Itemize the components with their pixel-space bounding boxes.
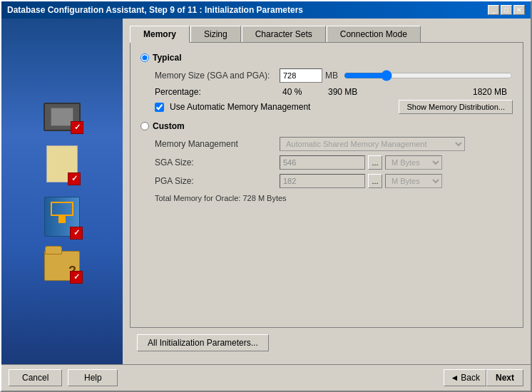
window-title: Database Configuration Assistant, Step 9… (7, 5, 303, 15)
memory-management-select[interactable]: Automatic Shared Memory Management (280, 137, 465, 151)
pga-size-label: PGA Size: (155, 176, 280, 186)
tab-sizing[interactable]: Sizing (190, 26, 241, 43)
checkmark-badge-4: ✓ (70, 271, 83, 284)
title-bar-buttons: _ □ ✕ (488, 5, 525, 15)
show-memory-button[interactable]: Show Memory Distribution... (399, 100, 513, 114)
cancel-button[interactable]: Cancel (9, 369, 62, 386)
bottom-area: All Initialization Parameters... (130, 329, 523, 357)
icon-container: ✓ ✓ ✓ ? ✓ (44, 96, 81, 288)
tab-character-sets[interactable]: Character Sets (242, 26, 326, 43)
total-memory-label: Total Memory for Oracle: (155, 194, 240, 202)
sga-size-label: SGA Size: (155, 158, 280, 167)
checkmark-badge-2: ✓ (68, 172, 81, 185)
total-memory-value: 728 M Bytes (242, 194, 286, 202)
back-button[interactable]: ◄ Back (444, 369, 486, 386)
pga-size-input[interactable] (280, 174, 365, 188)
memory-slider-container (344, 68, 513, 83)
folder-icon-item: ? ✓ (44, 251, 80, 281)
sga-size-input[interactable] (280, 155, 365, 170)
maximize-button[interactable]: □ (501, 5, 512, 15)
title-bar: Database Configuration Assistant, Step 9… (1, 1, 531, 19)
window-body: ✓ ✓ ✓ ? ✓ (1, 19, 531, 364)
left-panel: ✓ ✓ ✓ ? ✓ (1, 19, 123, 364)
memory-management-label: Memory Management (155, 139, 280, 149)
back-label: Back (461, 373, 480, 383)
next-button[interactable]: Next (486, 369, 523, 386)
pga-size-row: PGA Size: ... M Bytes (155, 174, 513, 188)
percentage-label: Percentage: (155, 87, 280, 97)
tab-content: Typical Memory Size (SGA and PGA): MB Pe… (130, 42, 523, 328)
slider-min-label: 390 MB (328, 87, 357, 97)
pga-unit-select[interactable]: M Bytes (385, 174, 442, 188)
sga-small-btn[interactable]: ... (368, 155, 382, 170)
checkmark-badge-1: ✓ (71, 121, 83, 134)
help-button[interactable]: Help (68, 369, 118, 386)
custom-label: Custom (153, 121, 185, 131)
percentage-row: Percentage: 40 % 390 MB 1820 MB (155, 87, 513, 97)
checkmark-badge-3: ✓ (70, 227, 83, 239)
footer-right-buttons: ◄ Back Next (444, 369, 523, 386)
memory-size-row: Memory Size (SGA and PGA): MB (155, 68, 513, 83)
sga-input-container: ... M Bytes (280, 155, 442, 170)
right-panel: Memory Sizing Character Sets Connection … (123, 19, 531, 364)
typical-label: Typical (153, 53, 181, 63)
custom-radio[interactable] (140, 122, 149, 130)
typical-radio[interactable] (140, 53, 149, 62)
memory-size-input[interactable] (280, 68, 322, 83)
typical-section: Typical Memory Size (SGA and PGA): MB Pe… (140, 53, 513, 114)
footer: Cancel Help ◄ Back Next (1, 364, 531, 391)
pga-input-container: ... M Bytes (280, 174, 442, 188)
back-arrow-icon: ◄ (450, 373, 459, 383)
custom-radio-label[interactable]: Custom (140, 121, 513, 131)
auto-memory-row: Use Automatic Memory Management Show Mem… (155, 100, 513, 114)
tab-bar: Memory Sizing Character Sets Connection … (130, 26, 523, 43)
footer-left-buttons: Cancel Help (9, 369, 118, 386)
memory-management-select-container: Automatic Shared Memory Management (280, 137, 465, 151)
custom-section: Custom Memory Management Automatic Share… (140, 121, 513, 202)
pga-small-btn[interactable]: ... (368, 174, 382, 188)
total-memory-row: Total Memory for Oracle: 728 M Bytes (155, 194, 513, 202)
sga-unit-select[interactable]: M Bytes (385, 155, 442, 170)
percentage-value: 40 % (282, 87, 318, 97)
all-params-button[interactable]: All Initialization Parameters... (137, 334, 269, 351)
tab-connection-mode[interactable]: Connection Mode (327, 26, 421, 43)
chip-icon-item: ✓ (44, 103, 81, 131)
main-window: Database Configuration Assistant, Step 9… (0, 0, 532, 392)
database-icon-item: ✓ (44, 197, 80, 237)
memory-size-label: Memory Size (SGA and PGA): (155, 71, 280, 81)
close-button[interactable]: ✕ (513, 5, 525, 15)
memory-slider[interactable] (344, 70, 513, 81)
tab-memory[interactable]: Memory (130, 26, 190, 43)
document-icon-item: ✓ (46, 145, 78, 182)
memory-management-row: Memory Management Automatic Shared Memor… (155, 137, 513, 151)
minimize-button[interactable]: _ (488, 5, 499, 15)
slider-max-label: 1820 MB (473, 87, 507, 97)
auto-memory-checkbox[interactable] (155, 103, 164, 112)
auto-memory-label: Use Automatic Memory Management (170, 102, 310, 112)
memory-size-unit: MB (325, 71, 338, 81)
sga-size-row: SGA Size: ... M Bytes (155, 155, 513, 170)
typical-radio-label[interactable]: Typical (140, 53, 513, 63)
